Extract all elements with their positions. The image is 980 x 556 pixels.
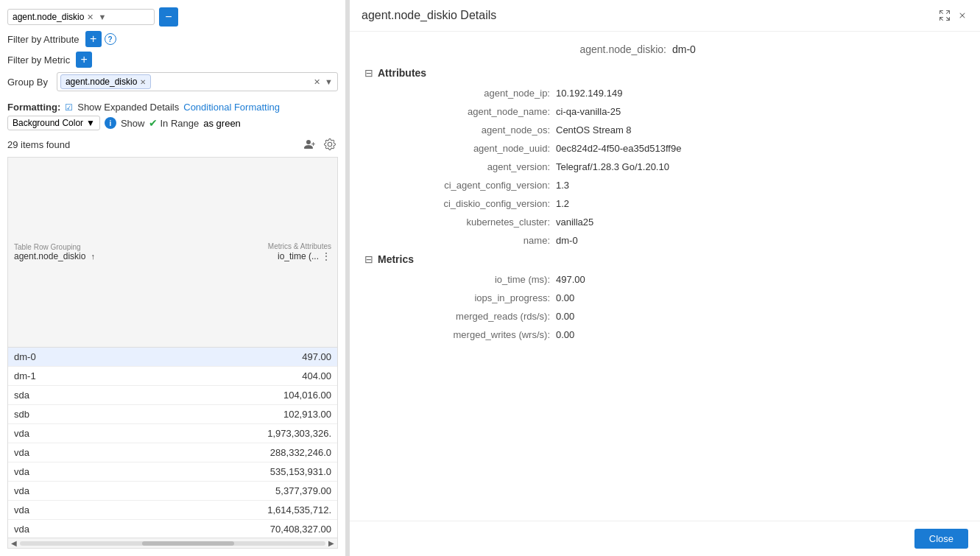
in-range-badge: ✔ In Range (149, 117, 199, 129)
table-cell-name: vda (8, 424, 109, 443)
details-content: agent.node_diskio: dm-0 ⊟ Attributes age… (350, 32, 980, 521)
metrics-section-title: Metrics (378, 253, 414, 265)
table-cell-name: vda (8, 443, 109, 462)
gear-icon-button[interactable] (322, 136, 338, 152)
attribute-val: CentOS Stream 8 (556, 124, 632, 136)
scroll-right-button[interactable]: ▶ (327, 539, 336, 547)
metric-row: iops_in_progress:0.00 (364, 292, 965, 303)
bg-color-chevron-icon: ▼ (86, 118, 95, 128)
filter-by-attribute-help-icon[interactable]: ? (105, 33, 116, 45)
minus-button[interactable]: − (159, 7, 178, 27)
table-row[interactable]: sda104,016.00 (8, 386, 337, 405)
attributes-toggle-icon: ⊟ (364, 67, 373, 79)
filter-tag-label: agent.node_diskio (13, 12, 84, 22)
group-by-tag-label: agent.node_diskio (66, 77, 137, 87)
close-details-button[interactable] (956, 10, 968, 21)
table-cell-value: 1,973,303,326. (109, 424, 337, 443)
table-cell-value: 102,913.00 (109, 405, 337, 424)
table-row[interactable]: vda1,973,303,326. (8, 424, 337, 443)
filter-tag-close-icon[interactable]: ✕ (87, 13, 94, 22)
attribute-key: agent_node_os: (364, 124, 556, 136)
filter-by-attribute-row: Filter by Attribute + ? (7, 31, 338, 47)
attribute-row: agent_node_uuid:0ec824d2-4f50-ea35d513ff… (364, 143, 965, 154)
table-scroll[interactable]: dm-0497.00dm-1404.00sda104,016.00sdb102,… (8, 348, 337, 538)
group-by-tag[interactable]: agent.node_diskio ✕ (60, 74, 151, 89)
close-button[interactable]: Close (914, 529, 968, 549)
metrics-toggle-icon: ⊟ (364, 253, 373, 265)
column-menu-icon[interactable]: ⋮ (321, 250, 331, 262)
group-by-chevron-icon[interactable]: ▼ (323, 77, 334, 86)
attribute-val: 0ec824d2-4f50-ea35d513ff9e (556, 143, 681, 154)
col-group-label: Table Row Grouping (14, 243, 184, 251)
col-group-name[interactable]: agent.node_diskio ↑ (14, 251, 184, 261)
sort-asc-icon[interactable]: ↑ (91, 252, 95, 261)
attribute-val: 1.2 (556, 198, 569, 209)
attribute-val: ci-qa-vanilla-25 (556, 106, 621, 117)
table-row[interactable]: vda288,332,246.0 (8, 443, 337, 462)
metric-key: io_time (ms): (364, 274, 556, 285)
filter-tag-input[interactable]: agent.node_diskio ✕ ▼ (7, 9, 155, 25)
filter-by-metric-label: Filter by Metric (7, 54, 70, 66)
attribute-key: agent_node_uuid: (364, 143, 556, 154)
attribute-key: kubernetes_cluster: (364, 217, 556, 228)
table-row[interactable]: vda535,153,931.0 (8, 462, 337, 482)
table-cell-name: dm-1 (8, 367, 109, 386)
scroll-left-button[interactable]: ◀ (10, 539, 18, 547)
attributes-list: agent_node_ip:10.192.149.149agent_node_n… (364, 88, 965, 246)
metric-row: io_time (ms):497.00 (364, 274, 965, 285)
attribute-row: agent_node_name:ci-qa-vanilla-25 (364, 106, 965, 117)
bg-color-dropdown[interactable]: Background Color ▼ (7, 116, 100, 130)
attribute-val: 1.3 (556, 180, 569, 191)
conditional-formatting-link[interactable]: Conditional Formatting (183, 102, 280, 113)
filter-by-attribute-plus-button[interactable]: + (85, 31, 102, 47)
show-expanded-checkbox-icon[interactable]: ☑ (65, 102, 73, 113)
metric-val: 0.00 (556, 292, 574, 303)
attribute-key: name: (364, 235, 556, 246)
details-header: agent.node_diskio Details (350, 0, 980, 32)
table-cell-value: 70,408,327.00 (109, 520, 337, 538)
person-icon-button[interactable] (301, 136, 317, 152)
filter-tag-chevron-icon[interactable]: ▼ (96, 13, 107, 21)
table-row[interactable]: vda5,377,379.00 (8, 482, 337, 501)
attribute-key: agent_version: (364, 161, 556, 172)
expand-icon-button[interactable] (939, 10, 951, 21)
filter-by-metric-plus-button[interactable]: + (76, 52, 92, 68)
metric-row: merged_reads (rds/s):0.00 (364, 311, 965, 322)
table-cell-value: 1,614,535,712. (109, 501, 337, 520)
in-range-check-icon: ✔ (149, 117, 158, 129)
detail-main-val: dm-0 (672, 43, 819, 55)
table-row[interactable]: vda70,408,327.00 (8, 520, 337, 538)
table-cell-name: sda (8, 386, 109, 405)
table-cell-name: vda (8, 501, 109, 520)
horizontal-scrollbar[interactable]: ◀ ▶ (8, 538, 337, 548)
bg-color-info-icon[interactable]: i (105, 117, 116, 129)
bg-color-label: Background Color (13, 118, 83, 128)
attributes-section-header[interactable]: ⊟ Attributes (364, 67, 965, 79)
table-row[interactable]: sdb102,913.00 (8, 405, 337, 424)
col-metrics-label: Metrics & Attributes (196, 242, 331, 250)
table-cell-name: vda (8, 482, 109, 501)
group-by-clear-icon[interactable]: ✕ (314, 77, 320, 87)
table-row[interactable]: dm-1404.00 (8, 367, 337, 386)
filter-by-attribute-label: Filter by Attribute (7, 34, 80, 45)
group-by-label: Group By (7, 77, 48, 88)
metrics-section-header[interactable]: ⊟ Metrics (364, 253, 965, 265)
scroll-thumb (142, 541, 234, 546)
data-table-body: dm-0497.00dm-1404.00sda104,016.00sdb102,… (8, 348, 337, 538)
scroll-track[interactable] (20, 541, 325, 546)
table-row[interactable]: vda1,614,535,712. (8, 501, 337, 520)
table-cell-value: 288,332,246.0 (109, 443, 337, 462)
attribute-val: Telegraf/1.28.3 Go/1.20.10 (556, 161, 669, 172)
metric-val: 0.00 (556, 329, 574, 340)
filter-tag-row: agent.node_diskio ✕ ▼ − (7, 7, 338, 27)
data-table: Table Row Grouping agent.node_diskio ↑ M… (8, 158, 337, 348)
in-range-text: In Range (160, 118, 199, 129)
table-cell-name: vda (8, 520, 109, 538)
attribute-val: vanilla25 (556, 217, 593, 228)
items-found-row: 29 items found (7, 136, 338, 152)
group-by-input-wrapper: agent.node_diskio ✕ ✕ ▼ (57, 72, 338, 91)
group-by-tag-close-icon[interactable]: ✕ (140, 78, 146, 86)
details-footer: Close (350, 521, 980, 556)
attribute-row: agent_node_ip:10.192.149.149 (364, 88, 965, 99)
table-row[interactable]: dm-0497.00 (8, 348, 337, 367)
